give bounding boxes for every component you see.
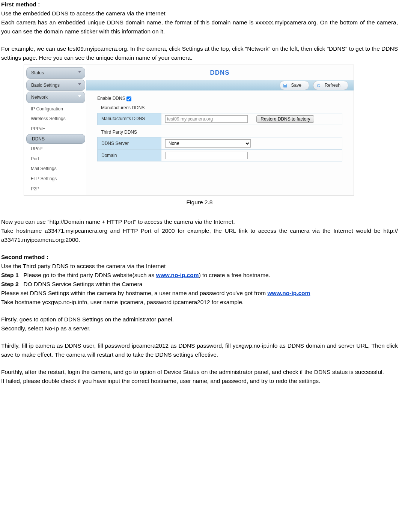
noip-link-2[interactable]: www.no-ip.com bbox=[267, 290, 310, 296]
paragraph: Please set DDNS Settings within the came… bbox=[1, 289, 398, 298]
paragraph: Use the embedded DDNS to access the came… bbox=[1, 9, 398, 18]
paragraph: Thirdly, fill ip camera as DDNS user, fi… bbox=[1, 341, 398, 359]
sidebar-item-mail[interactable]: Mail Settings bbox=[26, 164, 86, 174]
svg-rect-1 bbox=[284, 84, 286, 85]
paragraph: If failed, please double check if you ha… bbox=[1, 377, 398, 386]
ddns-settings-screenshot: Status Basic Settings Network IP Configu… bbox=[24, 65, 354, 196]
p7-text: Please set DDNS Settings within the came… bbox=[1, 290, 267, 296]
paragraph: Now you can use "http://Domain name + HT… bbox=[1, 217, 398, 226]
restore-ddns-button[interactable]: Restore DDNS to factory bbox=[256, 115, 314, 123]
panel-title: DDNS bbox=[86, 65, 354, 80]
save-icon bbox=[283, 83, 288, 87]
paragraph: Firstly, goes to option of DDNS Settings… bbox=[1, 315, 398, 324]
sidebar-item-upnp[interactable]: UPnP bbox=[26, 144, 86, 154]
sidebar-item-port[interactable]: Port bbox=[26, 154, 86, 164]
noip-link[interactable]: www.no-ip.com bbox=[156, 272, 199, 278]
paragraph: Take hostname ycxgwp.no-ip.info, user na… bbox=[1, 298, 398, 307]
save-button[interactable]: Save bbox=[280, 81, 309, 90]
settings-sidebar: Status Basic Settings Network IP Configu… bbox=[24, 65, 86, 195]
ddns-domain-input[interactable] bbox=[165, 152, 248, 159]
sidebar-item-pppoe[interactable]: PPPoE bbox=[26, 124, 86, 134]
second-method-heading: Second method : bbox=[1, 253, 398, 262]
paragraph: Secondly, select No-Ip as a server. bbox=[1, 324, 398, 333]
third-party-ddns-table: DDNS Server None Domain bbox=[97, 137, 342, 161]
sidebar-cat-network[interactable]: Network bbox=[26, 92, 85, 103]
sidebar-item-ip[interactable]: IP Configuration bbox=[26, 104, 86, 114]
sidebar-item-p2p[interactable]: P2P bbox=[26, 184, 86, 194]
enable-ddns-checkbox[interactable] bbox=[126, 96, 131, 101]
ddns-server-row-label: DDNS Server bbox=[98, 137, 161, 150]
ddns-server-select[interactable]: None bbox=[165, 139, 251, 148]
paragraph: Use the Third party DDNS to access the c… bbox=[1, 262, 398, 271]
enable-ddns-label: Enable DDNS bbox=[97, 96, 125, 101]
step1-text-a: Please go to the third party DDNS websit… bbox=[23, 272, 156, 278]
first-method-heading: First method : bbox=[1, 0, 398, 9]
third-party-ddns-section-label: Third Party DDNS bbox=[101, 129, 342, 136]
save-button-label: Save bbox=[291, 82, 301, 89]
step2-label: Step 2 bbox=[1, 281, 19, 287]
settings-main-panel: DDNS Save Refresh Enable DDNS bbox=[86, 65, 354, 195]
sidebar-cat-status[interactable]: Status bbox=[26, 67, 85, 79]
ddns-domain-row-label: Domain bbox=[98, 150, 161, 161]
step1-label: Step 1 bbox=[1, 272, 19, 278]
step2-text: DO DDNS Service Settings within the Came… bbox=[23, 281, 142, 287]
paragraph: Fourthly, after the restart, login the c… bbox=[1, 368, 398, 377]
sidebar-cat-basic[interactable]: Basic Settings bbox=[26, 80, 85, 91]
figure-caption: Figure 2.8 bbox=[1, 198, 398, 207]
refresh-icon bbox=[316, 83, 321, 87]
manufacturer-ddns-input[interactable] bbox=[165, 115, 248, 123]
enable-ddns-row: Enable DDNS bbox=[97, 95, 342, 102]
step1-text-b: ) to create a free hostname. bbox=[199, 272, 270, 278]
refresh-button[interactable]: Refresh bbox=[313, 81, 348, 90]
paragraph: Each camera has an embedded unique DDNS … bbox=[1, 18, 398, 36]
refresh-button-label: Refresh bbox=[325, 82, 340, 89]
manufacturer-ddns-row-label: Manufacturer's DDNS bbox=[98, 113, 161, 125]
manufacturer-ddns-table: Manufacturer's DDNS Restore DDNS to fact… bbox=[97, 113, 342, 125]
manufacturer-ddns-section-label: Manufacturer's DDNS bbox=[101, 104, 342, 112]
step2-line: Step 2 DO DDNS Service Settings within t… bbox=[1, 280, 398, 289]
sidebar-item-ddns[interactable]: DDNS bbox=[26, 134, 85, 144]
sidebar-item-ftp[interactable]: FTP Settings bbox=[26, 174, 86, 184]
paragraph: Take hostname a33471.myipcamera.org and … bbox=[1, 226, 398, 244]
panel-toolbar: Save Refresh bbox=[86, 80, 354, 90]
sidebar-item-wireless[interactable]: Wireless Settings bbox=[26, 114, 86, 124]
step1-line: Step 1 Please go to the third party DDNS… bbox=[1, 271, 398, 280]
paragraph: For example, we can use test09.myipcamer… bbox=[1, 44, 398, 62]
